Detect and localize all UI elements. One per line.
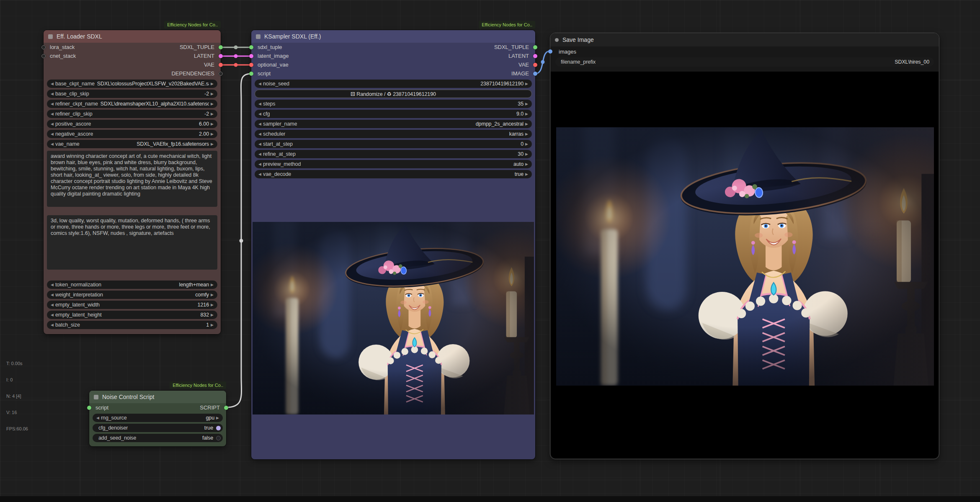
decrement-arrow-icon[interactable]: ◀ <box>95 416 101 420</box>
increment-arrow-icon[interactable]: ▶ <box>209 82 215 86</box>
decrement-arrow-icon[interactable]: ◀ <box>257 82 263 86</box>
decrement-arrow-icon[interactable]: ◀ <box>257 102 263 106</box>
increment-arrow-icon[interactable]: ▶ <box>524 152 530 156</box>
decrement-arrow-icon[interactable]: ◀ <box>257 172 263 176</box>
widget-filename-prefix[interactable]: filename_prefix SDXL\hires_00 <box>555 57 934 67</box>
node-titlebar[interactable]: Eff. Loader SDXL <box>44 30 221 43</box>
randomize-seed-button[interactable]: ⚄ Randomize / ♻ 238710419612190 <box>255 90 532 98</box>
widget-start-at-step[interactable]: ◀ start_at_step 0 ▶ <box>255 140 532 148</box>
increment-arrow-icon[interactable]: ▶ <box>524 132 530 136</box>
widget-refiner-clip-skip[interactable]: ◀ refiner_clip_skip -2 ▶ <box>47 110 217 118</box>
toggle-off-indicator[interactable] <box>216 436 221 440</box>
input-port-cnet-stack[interactable] <box>41 54 46 58</box>
widget-sampler-name[interactable]: ◀ sampler_name dpmpp_2s_ancestral ▶ <box>255 120 532 128</box>
widget-empty-latent-height[interactable]: ◀ empty_latent_height 832 ▶ <box>47 311 217 319</box>
decrement-arrow-icon[interactable]: ◀ <box>49 293 55 297</box>
widget-weight-interpretation[interactable]: ◀ weight_interpretation comfy ▶ <box>47 291 217 299</box>
decrement-arrow-icon[interactable]: ◀ <box>257 132 263 136</box>
increment-arrow-icon[interactable]: ▶ <box>209 313 215 317</box>
node-collapse-icon[interactable] <box>256 34 260 39</box>
decrement-arrow-icon[interactable]: ◀ <box>49 122 55 126</box>
widget-add-seed-noise[interactable]: add_seed_noise false <box>93 434 223 442</box>
decrement-arrow-icon[interactable]: ◀ <box>49 313 55 317</box>
input-port-optional-vae[interactable] <box>249 63 253 67</box>
increment-arrow-icon[interactable]: ▶ <box>524 172 530 176</box>
decrement-arrow-icon[interactable]: ◀ <box>257 112 263 116</box>
widget-base-clip-skip[interactable]: ◀ base_clip_skip -2 ▶ <box>47 90 217 98</box>
input-port-latent-image[interactable] <box>249 54 253 58</box>
decrement-arrow-icon[interactable]: ◀ <box>257 162 263 166</box>
increment-arrow-icon[interactable]: ▶ <box>209 102 215 106</box>
widget-cfg[interactable]: ◀ cfg 9.0 ▶ <box>255 110 532 118</box>
input-port-sdxl-tuple[interactable] <box>249 45 253 49</box>
widget-preview-method[interactable]: ◀ preview_method auto ▶ <box>255 160 532 168</box>
node-ksampler-sdxl-eff[interactable]: KSampler SDXL (Eff.) sdxl_tuple SDXL_TUP… <box>251 30 535 459</box>
node-collapse-icon[interactable] <box>555 38 559 42</box>
widget-cfg-denoiser[interactable]: cfg_denoiser true <box>93 424 223 432</box>
increment-arrow-icon[interactable]: ▶ <box>209 303 215 307</box>
input-port-lora-stack[interactable] <box>41 45 46 49</box>
increment-arrow-icon[interactable]: ▶ <box>209 122 215 126</box>
decrement-arrow-icon[interactable]: ◀ <box>49 92 55 96</box>
decrement-arrow-icon[interactable]: ◀ <box>49 142 55 146</box>
increment-arrow-icon[interactable]: ▶ <box>209 132 215 136</box>
increment-arrow-icon[interactable]: ▶ <box>209 112 215 116</box>
increment-arrow-icon[interactable]: ▶ <box>209 283 215 287</box>
node-titlebar[interactable]: Save Image <box>550 33 939 46</box>
node-save-image[interactable]: Save Image images filename_prefix SDXL\h… <box>550 33 939 459</box>
decrement-arrow-icon[interactable]: ◀ <box>49 303 55 307</box>
increment-arrow-icon[interactable]: ▶ <box>209 293 215 297</box>
widget-negative-ascore[interactable]: ◀ negative_ascore 2.00 ▶ <box>47 130 217 138</box>
output-port-sdxl-tuple[interactable] <box>219 45 223 49</box>
widget-refiner-ckpt-name[interactable]: ◀ refiner_ckpt_name SDXL\dreamshaperXL10… <box>47 100 217 108</box>
output-port-script[interactable] <box>224 406 228 410</box>
output-port-latent[interactable] <box>219 54 223 58</box>
widget-base-ckpt-name[interactable]: ◀ base_ckpt_name SDXL\colossusProjectXLS… <box>47 80 217 88</box>
node-noise-control-script[interactable]: Noise Control Script script SCRIPT ◀ rng… <box>89 391 226 446</box>
output-port-dependencies[interactable] <box>219 72 223 76</box>
increment-arrow-icon[interactable]: ▶ <box>524 112 530 116</box>
widget-vae-decode[interactable]: ◀ vae_decode true ▶ <box>255 170 532 178</box>
node-graph-canvas[interactable]: Efficiency Nodes for Co.. Efficiency Nod… <box>0 0 980 502</box>
output-port-vae[interactable] <box>219 63 223 67</box>
decrement-arrow-icon[interactable]: ◀ <box>49 112 55 116</box>
widget-refine-at-step[interactable]: ◀ refine_at_step 30 ▶ <box>255 150 532 158</box>
decrement-arrow-icon[interactable]: ◀ <box>49 102 55 106</box>
negative-prompt-textarea[interactable]: 3d, low quality, worst quality, mutation… <box>47 215 217 270</box>
toggle-on-indicator[interactable] <box>216 426 221 430</box>
increment-arrow-icon[interactable]: ▶ <box>524 142 530 146</box>
widget-rng-source[interactable]: ◀ rng_source gpu ▶ <box>93 414 223 422</box>
decrement-arrow-icon[interactable]: ◀ <box>257 142 263 146</box>
increment-arrow-icon[interactable]: ▶ <box>214 416 221 420</box>
increment-arrow-icon[interactable]: ▶ <box>209 323 215 327</box>
node-collapse-icon[interactable] <box>48 34 53 39</box>
output-port-image[interactable] <box>533 72 537 76</box>
widget-scheduler[interactable]: ◀ scheduler karras ▶ <box>255 130 532 138</box>
node-titlebar[interactable]: KSampler SDXL (Eff.) <box>251 30 535 43</box>
widget-noise-seed[interactable]: ◀ noise_seed 238710419612190 ▶ <box>255 80 532 88</box>
output-port-sdxl-tuple[interactable] <box>533 45 537 49</box>
increment-arrow-icon[interactable]: ▶ <box>524 122 530 126</box>
decrement-arrow-icon[interactable]: ◀ <box>257 122 263 126</box>
decrement-arrow-icon[interactable]: ◀ <box>49 283 55 287</box>
output-port-latent[interactable] <box>533 54 537 58</box>
decrement-arrow-icon[interactable]: ◀ <box>257 152 263 156</box>
increment-arrow-icon[interactable]: ▶ <box>209 142 215 146</box>
node-collapse-icon[interactable] <box>94 395 98 399</box>
increment-arrow-icon[interactable]: ▶ <box>524 82 530 86</box>
widget-vae-name[interactable]: ◀ vae_name SDXL_VAEfix_fp16.safetensors … <box>47 140 217 148</box>
increment-arrow-icon[interactable]: ▶ <box>524 102 530 106</box>
widget-token-normalization[interactable]: ◀ token_normalization length+mean ▶ <box>47 281 217 289</box>
decrement-arrow-icon[interactable]: ◀ <box>49 82 55 86</box>
increment-arrow-icon[interactable]: ▶ <box>209 92 215 96</box>
input-port-script[interactable] <box>249 72 253 76</box>
input-port-images[interactable] <box>548 49 552 54</box>
positive-prompt-textarea[interactable]: award winning character concept art of, … <box>47 151 217 207</box>
node-eff-loader-sdxl[interactable]: Eff. Loader SDXL lora_stack SDXL_TUPLE c… <box>44 30 221 334</box>
widget-positive-ascore[interactable]: ◀ positive_ascore 6.00 ▶ <box>47 120 217 128</box>
decrement-arrow-icon[interactable]: ◀ <box>49 132 55 136</box>
widget-empty-latent-width[interactable]: ◀ empty_latent_width 1216 ▶ <box>47 301 217 309</box>
node-titlebar[interactable]: Noise Control Script <box>89 391 226 403</box>
increment-arrow-icon[interactable]: ▶ <box>524 162 530 166</box>
output-port-vae[interactable] <box>533 63 537 67</box>
